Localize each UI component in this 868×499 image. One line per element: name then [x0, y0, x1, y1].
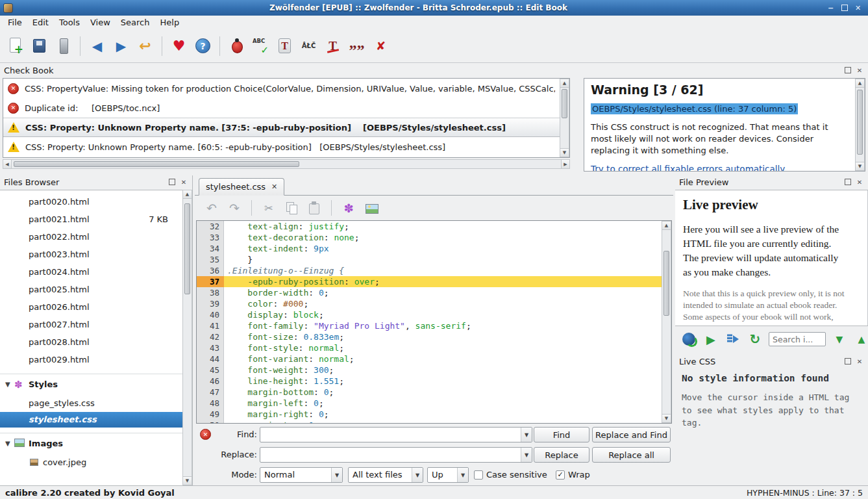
- code-line[interactable]: 41 font-family: "Myriad Pro Light", sans…: [197, 320, 662, 331]
- code-line[interactable]: 32 text-align: justify;: [197, 221, 662, 232]
- code-line[interactable]: 46 line-height: 1.551;: [197, 376, 662, 387]
- titlebar[interactable]: Zwölfender [EPUB] :: Zwolfender - Britta…: [0, 0, 868, 16]
- help-icon[interactable]: ?: [193, 36, 213, 56]
- insert-character-icon[interactable]: T: [275, 36, 295, 56]
- check-item[interactable]: CSS: Property: Unknown Property name. [3…: [3, 118, 560, 137]
- issue-detail-vscrollbar[interactable]: [855, 79, 865, 171]
- find-input[interactable]: [260, 427, 532, 442]
- chevron-down-icon[interactable]: [521, 448, 532, 462]
- file-item[interactable]: part0026.html: [0, 298, 184, 316]
- remove-formatting-icon[interactable]: T: [323, 36, 343, 56]
- go-back-icon[interactable]: ↩: [135, 36, 155, 56]
- check-list-hscrollbar[interactable]: [3, 159, 570, 169]
- case-sensitive-checkbox[interactable]: Case sensitive: [474, 470, 547, 480]
- code-line[interactable]: 48 margin-left: 0;: [197, 398, 662, 409]
- chevron-down-icon[interactable]: [457, 468, 468, 482]
- find-button[interactable]: Find: [534, 427, 589, 442]
- spellcheck-icon[interactable]: ABC: [251, 36, 271, 56]
- file-item[interactable]: part0021.html7 KB: [0, 211, 184, 228]
- mode-select[interactable]: Normal: [260, 467, 343, 483]
- check-book-icon[interactable]: [227, 36, 247, 56]
- file-item[interactable]: part0023.html: [0, 246, 184, 263]
- file-item[interactable]: part0029.html: [0, 351, 184, 368]
- file-item[interactable]: part0020.html: [0, 193, 184, 211]
- new-file-icon[interactable]: +: [5, 36, 25, 56]
- replace-and-find-button[interactable]: Replace and Find: [592, 427, 671, 442]
- copy-icon[interactable]: [284, 200, 299, 216]
- float-dock-icon[interactable]: [843, 177, 852, 186]
- files-vscrollbar[interactable]: [182, 190, 192, 485]
- minimize-icon[interactable]: [824, 3, 837, 14]
- float-dock-icon[interactable]: [843, 66, 852, 75]
- file-item[interactable]: stylesheet.css: [0, 412, 184, 428]
- close-window-icon[interactable]: [851, 3, 865, 14]
- code-line[interactable]: 33 text-decoration: none;: [197, 232, 662, 243]
- code-line[interactable]: 45 font-weight: 300;: [197, 365, 662, 376]
- file-item[interactable]: part0028.html: [0, 333, 184, 351]
- direction-select[interactable]: Up: [427, 467, 469, 483]
- sync-preview-icon[interactable]: [725, 331, 741, 348]
- menu-item-help[interactable]: Help: [155, 16, 185, 29]
- code-line[interactable]: 38 border-width: 0;: [197, 287, 662, 298]
- replace-button[interactable]: Replace: [534, 447, 589, 463]
- save-icon[interactable]: [29, 36, 49, 56]
- menu-item-search[interactable]: Search: [116, 16, 155, 29]
- close-dock-icon[interactable]: [855, 177, 864, 186]
- code-line[interactable]: 35 }: [197, 254, 662, 265]
- device-icon[interactable]: [53, 36, 73, 56]
- menu-item-tools[interactable]: Tools: [54, 16, 85, 29]
- category-styles[interactable]: Styles: [0, 374, 184, 394]
- tab-stylesheet-css[interactable]: stylesheet.css: [199, 178, 284, 196]
- float-dock-icon[interactable]: [843, 357, 852, 366]
- menu-item-file[interactable]: File: [3, 16, 27, 29]
- wrap-checkbox[interactable]: ✓ Wrap: [556, 470, 590, 480]
- code-line[interactable]: 43 font-style: normal;: [197, 342, 662, 353]
- back-icon[interactable]: ◀: [87, 36, 107, 56]
- issue-location-link[interactable]: OEBPS/Styles/stylesheet.css (line: 37 co…: [591, 103, 798, 114]
- fix-errors-link[interactable]: Try to correct all fixable errors automa…: [591, 164, 785, 172]
- preview-search-input[interactable]: [769, 332, 826, 346]
- replace-all-button[interactable]: Replace all: [592, 447, 671, 463]
- close-search-icon[interactable]: [200, 429, 211, 440]
- insert-special-icon[interactable]: ✽: [341, 200, 356, 216]
- file-item[interactable]: part0027.html: [0, 316, 184, 333]
- chevron-down-icon[interactable]: [521, 428, 532, 442]
- forward-icon[interactable]: ▶: [111, 36, 131, 56]
- paste-icon[interactable]: [306, 200, 322, 216]
- replace-input[interactable]: [260, 447, 532, 463]
- close-tab-icon[interactable]: [271, 183, 277, 191]
- find-previous-icon[interactable]: ▲: [853, 331, 868, 348]
- check-item[interactable]: CSS: Property: Unknown Property name. [6…: [3, 137, 560, 157]
- file-item[interactable]: page_styles.css: [0, 394, 184, 412]
- redo-icon[interactable]: ↷: [227, 200, 242, 216]
- chevron-down-icon[interactable]: [5, 374, 10, 395]
- find-next-icon[interactable]: ▼: [831, 331, 848, 348]
- chevron-down-icon[interactable]: [5, 433, 10, 454]
- file-item[interactable]: part0024.html: [0, 263, 184, 281]
- code-line[interactable]: 50 margin-top: 0;: [197, 420, 662, 423]
- code-line[interactable]: 49 margin-right: 0;: [197, 409, 662, 420]
- menu-item-view[interactable]: View: [85, 16, 116, 29]
- cut-icon[interactable]: ✂: [261, 200, 277, 216]
- code-line[interactable]: 34 text-indent: 9px: [197, 243, 662, 254]
- chevron-down-icon[interactable]: [331, 468, 342, 482]
- code-line[interactable]: 36.Einleitung-o--Einzug {: [197, 265, 662, 276]
- check-list-vscrollbar[interactable]: [560, 79, 569, 157]
- check-item[interactable]: CSS: PropertyValue: Missing token for pr…: [3, 79, 560, 98]
- file-item[interactable]: part0025.html: [0, 281, 184, 298]
- code-line[interactable]: 40 display: block;: [197, 309, 662, 320]
- close-dock-icon[interactable]: [855, 66, 864, 75]
- category-images[interactable]: Images: [0, 433, 184, 454]
- reload-preview-icon[interactable]: ↻: [747, 331, 763, 348]
- insert-image-icon[interactable]: [364, 200, 379, 216]
- smart-quotes-icon[interactable]: ””: [347, 36, 367, 56]
- restore-icon[interactable]: [837, 3, 851, 14]
- close-dock-icon[interactable]: [855, 357, 864, 366]
- chevron-down-icon[interactable]: [412, 468, 423, 482]
- file-item[interactable]: part0022.html: [0, 228, 184, 246]
- float-dock-icon[interactable]: [167, 177, 177, 186]
- code-line[interactable]: 42 font-size: 0.833em;: [197, 331, 662, 342]
- menu-item-edit[interactable]: Edit: [27, 16, 54, 29]
- code-line[interactable]: 47 margin-bottom: 0;: [197, 387, 662, 398]
- transliterate-icon[interactable]: ÅŁČ: [299, 36, 319, 56]
